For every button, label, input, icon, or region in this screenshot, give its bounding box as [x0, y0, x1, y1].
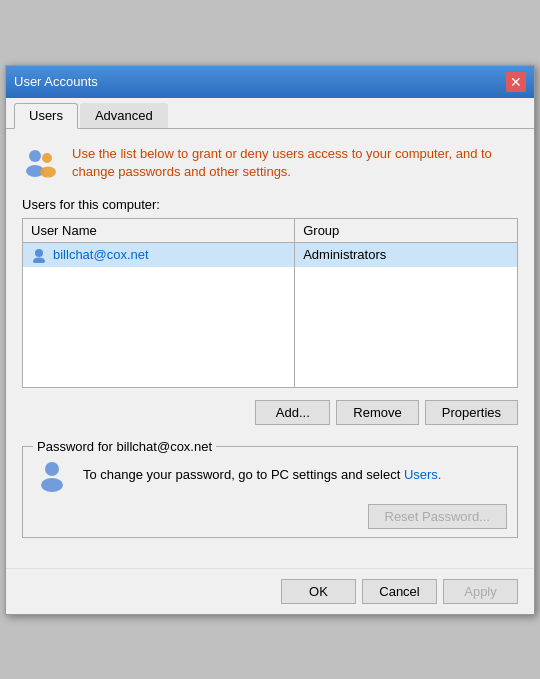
svg-point-0 — [29, 150, 41, 162]
table-row[interactable]: billchat@cox.net Administrators — [23, 242, 517, 267]
svg-point-7 — [41, 478, 63, 492]
user-table: User Name Group billchat@cox.net — [23, 219, 517, 387]
users-section-label: Users for this computer: — [22, 197, 518, 212]
svg-point-3 — [40, 166, 56, 177]
window-title: User Accounts — [14, 74, 98, 89]
empty-table-row — [23, 267, 517, 387]
password-button-row: Reset Password... — [33, 504, 507, 529]
tab-bar: Users Advanced — [6, 98, 534, 129]
footer: OK Cancel Apply — [6, 568, 534, 614]
user-action-buttons: Add... Remove Properties — [22, 400, 518, 425]
password-text-link: Users. — [404, 467, 442, 482]
password-legend: Password for billchat@cox.net — [33, 439, 216, 454]
properties-button[interactable]: Properties — [425, 400, 518, 425]
svg-point-6 — [45, 462, 59, 476]
info-icon — [22, 145, 60, 183]
user-cell: billchat@cox.net — [31, 247, 286, 263]
username-label: billchat@cox.net — [53, 247, 149, 262]
users-icon-svg — [22, 145, 60, 183]
svg-point-4 — [35, 249, 43, 257]
col-group: Group — [295, 219, 517, 243]
password-icon — [33, 456, 71, 494]
add-button[interactable]: Add... — [255, 400, 330, 425]
user-name-cell: billchat@cox.net — [23, 242, 295, 267]
user-row-icon — [31, 247, 47, 263]
ok-button[interactable]: OK — [281, 579, 356, 604]
svg-point-5 — [33, 257, 45, 263]
table-header-row: User Name Group — [23, 219, 517, 243]
apply-button[interactable]: Apply — [443, 579, 518, 604]
tab-advanced[interactable]: Advanced — [80, 103, 168, 128]
reset-password-button[interactable]: Reset Password... — [368, 504, 508, 529]
main-content: Use the list below to grant or deny user… — [6, 129, 534, 568]
user-table-container: User Name Group billchat@cox.net — [22, 218, 518, 388]
info-box: Use the list below to grant or deny user… — [22, 145, 518, 183]
cancel-button[interactable]: Cancel — [362, 579, 437, 604]
svg-point-2 — [42, 153, 52, 163]
col-username: User Name — [23, 219, 295, 243]
close-button[interactable]: ✕ — [506, 72, 526, 92]
remove-button[interactable]: Remove — [336, 400, 418, 425]
info-text: Use the list below to grant or deny user… — [72, 145, 518, 181]
password-text: To change your password, go to PC settin… — [83, 467, 441, 482]
title-bar: User Accounts ✕ — [6, 66, 534, 98]
user-accounts-window: User Accounts ✕ Users Advanced — [5, 65, 535, 615]
user-group-cell: Administrators — [295, 242, 517, 267]
password-icon-svg — [33, 456, 71, 494]
password-section: Password for billchat@cox.net To change … — [22, 439, 518, 538]
tab-users[interactable]: Users — [14, 103, 78, 129]
password-box-inner: To change your password, go to PC settin… — [33, 456, 507, 494]
